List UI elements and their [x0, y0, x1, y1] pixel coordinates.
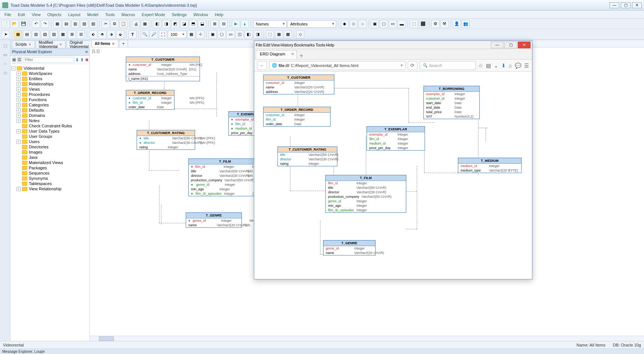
tool-w[interactable]: ⚙ — [431, 20, 440, 28]
misc-e[interactable]: ◧ — [244, 30, 253, 39]
tree-node-categories[interactable]: +Categories — [11, 102, 89, 108]
tab-close-icon[interactable]: ✕ — [112, 42, 115, 46]
tool-g[interactable]: ◨ — [162, 20, 170, 28]
expander-icon[interactable]: + — [16, 129, 21, 133]
br-entity-t-medium[interactable]: T_MEDIUMmedium_idIntegermedium_typeVarch… — [458, 158, 522, 173]
arrow-up-icon[interactable]: ⬆ — [80, 57, 84, 63]
expander-icon[interactable]: + — [16, 103, 21, 107]
tree-node-users[interactable]: +Users — [11, 139, 89, 144]
tree-node-check-constraint-rules[interactable]: Check Constraint Rules — [11, 123, 89, 128]
tree-node-sequences[interactable]: Sequences — [11, 170, 89, 176]
minimize-button[interactable]: — — [610, 2, 619, 8]
expander-icon[interactable]: + — [16, 187, 21, 191]
misc-i[interactable]: ▩ — [284, 30, 292, 39]
menu-model[interactable]: Model — [84, 12, 101, 18]
tool-a[interactable]: ▦ — [53, 20, 61, 28]
expander-icon[interactable]: + — [16, 119, 21, 123]
attributes-combo[interactable]: Attributes — [288, 20, 336, 28]
expander-icon[interactable]: + — [16, 82, 21, 86]
tab-close-icon[interactable]: ✕ — [291, 52, 294, 57]
menu-layout[interactable]: Layout — [65, 12, 83, 18]
br-entity-t-order-record[interactable]: T_ORDER_RECORDcustomer_idIntegerfilm_idI… — [263, 107, 331, 127]
tool-d[interactable]: ▧ — [80, 20, 88, 28]
tree-node-directories[interactable]: Directories — [11, 144, 89, 149]
menu-settings[interactable]: Settings — [169, 12, 190, 18]
tree-icon[interactable]: ⊞ — [12, 57, 16, 63]
browser-window[interactable]: FileEditViewHistoryBookmarksToolsHelp—▢✕… — [254, 40, 532, 279]
grid2-icon[interactable]: ▦ — [187, 30, 195, 39]
expander-icon[interactable]: + — [16, 87, 21, 91]
layout-a[interactable]: ▦ — [14, 30, 22, 39]
misc-a[interactable]: ▣ — [209, 30, 217, 39]
entity-t-film[interactable]: T_FILM●film_idIntegerNN (PK)titleVarchar… — [188, 158, 262, 196]
zoom-combo[interactable]: 100 — [168, 31, 186, 38]
br-entity-t-customer[interactable]: T_CUSTOMERcustomer_idIntegernameVarchar2… — [263, 75, 334, 94]
tool-r[interactable]: ▢ — [380, 20, 388, 28]
misc-g[interactable]: ⬚ — [266, 30, 274, 39]
menu-edit[interactable]: Edit — [15, 12, 28, 18]
tool-p[interactable]: ○ — [358, 20, 367, 28]
layout-e[interactable]: ▨ — [50, 30, 58, 39]
tool-u[interactable]: ⬚ — [410, 20, 418, 28]
doc-tab-modified-videorental[interactable]: Modified Videorental✕ — [36, 40, 66, 48]
layout-c[interactable]: ▥ — [32, 30, 40, 39]
dropdown-icon[interactable]: ▾ — [401, 63, 403, 68]
br-entity-t-genre[interactable]: T_GENREgenre_idIntegernameVarchar2(20 CH… — [323, 240, 376, 255]
tool-t[interactable]: ▬ — [398, 20, 406, 28]
expander-icon[interactable]: + — [16, 140, 21, 144]
canvas-scrollbar[interactable] — [90, 336, 644, 341]
tool-e[interactable]: ▨ — [89, 20, 97, 28]
back-button[interactable]: ← — [257, 61, 267, 70]
users-icon[interactable]: 👥 — [462, 20, 470, 28]
add-tab-button[interactable]: + — [119, 40, 128, 47]
tool-k[interactable]: ⬓ — [198, 20, 206, 28]
layout-d[interactable]: ▧ — [41, 30, 49, 39]
open-icon[interactable]: 📂 — [10, 20, 19, 28]
browser-close-button[interactable]: ✕ — [518, 42, 531, 48]
entity-t-genre[interactable]: T_GENRE●genre_idIntegerNN (PK)nameVarcha… — [186, 212, 242, 228]
align-t[interactable]: ⬙ — [116, 30, 124, 39]
reload-button[interactable]: ⟳ — [408, 61, 417, 70]
align-c[interactable]: ⬘ — [98, 30, 106, 39]
search-input[interactable]: 🔍 Search — [420, 61, 476, 70]
tool-m[interactable]: ⊟ — [219, 20, 228, 28]
layout-f[interactable]: ▩ — [59, 30, 67, 39]
copy-icon[interactable]: ⧉ — [110, 20, 119, 28]
entity-t-order-record[interactable]: T_ORDER_RECORD●customer_idIntegerNN (PFK… — [126, 90, 174, 110]
grid-icon[interactable]: ▦ — [141, 20, 149, 28]
tool-h[interactable]: ◩ — [171, 20, 179, 28]
browser-tab-erd[interactable]: ERD Diagram ✕ — [256, 50, 297, 59]
expander-icon[interactable]: − — [11, 66, 15, 70]
misc-d[interactable]: ◫ — [236, 30, 244, 39]
chat-icon[interactable]: 💬 — [515, 63, 521, 69]
tool-b[interactable]: ▤ — [62, 20, 70, 28]
tool-c[interactable]: ▥ — [71, 20, 79, 28]
ls-1[interactable]: ▢ — [2, 42, 9, 49]
browser-menu-view[interactable]: View — [271, 43, 280, 47]
expander-icon[interactable]: + — [16, 114, 21, 118]
tab-close-icon[interactable]: ✕ — [59, 43, 62, 46]
tree-node-tablespaces[interactable]: Tablespaces — [11, 181, 89, 186]
tree-node-functions[interactable]: +Functions — [11, 97, 89, 102]
browser-content[interactable]: T_CUSTOMERcustomer_idIntegernameVarchar2… — [254, 72, 532, 279]
misc-b[interactable]: ▢ — [218, 30, 226, 39]
br-entity-t-borrowing[interactable]: T_BORROWINGexemplar_idIntegercustomer_id… — [423, 86, 480, 119]
menu-macros[interactable]: Macros — [118, 12, 138, 18]
browser-menu-file[interactable]: File — [256, 43, 262, 47]
expander-icon[interactable]: + — [16, 108, 21, 112]
explorer-close-icon[interactable]: ✕ — [85, 50, 88, 54]
list-icon[interactable]: ☰ — [17, 57, 22, 63]
names-combo[interactable]: Names — [253, 20, 287, 28]
br-entity-t-customer-rating[interactable]: T_CUSTOMER_RATINGtitleVarchar2(50 CHAR)d… — [277, 146, 337, 166]
list-icon[interactable]: ▤ — [486, 63, 491, 69]
redo-icon[interactable]: ↷ — [41, 20, 49, 28]
tree-node-views[interactable]: +Views — [11, 87, 89, 92]
save-icon[interactable]: 💾 — [19, 20, 28, 28]
sub-tab-all-items[interactable]: All Items✕ — [91, 40, 118, 47]
br-entity-t-exemplar[interactable]: T_EXEMPLARexemplar_idIntegerfilm_idInteg… — [367, 126, 425, 151]
align-r[interactable]: ⬗ — [107, 30, 115, 39]
snap-icon[interactable]: ⊹ — [196, 30, 204, 39]
tree-node-packages[interactable]: Packages — [11, 165, 89, 170]
entity-t-customer-rating[interactable]: T_CUSTOMER_RATING●titleVarchar2(50 CHAR)… — [137, 130, 195, 150]
clear-filter-icon[interactable]: ✖ — [85, 57, 89, 63]
